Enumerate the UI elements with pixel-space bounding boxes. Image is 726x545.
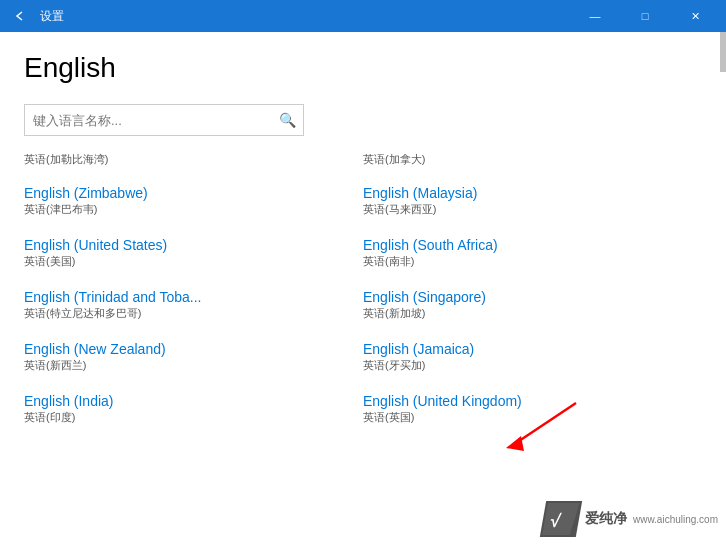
content-area: English 🔍 英语(加勒比海湾) 英语(加拿大) English (Zim… bbox=[0, 32, 726, 545]
lang-sub: 英语(新加坡) bbox=[363, 306, 686, 321]
lang-name: English (Malaysia) bbox=[363, 185, 686, 201]
lang-sub: 英语(马来西亚) bbox=[363, 202, 686, 217]
category-left: 英语(加勒比海湾) bbox=[24, 152, 363, 167]
lang-sub: 英语(美国) bbox=[24, 254, 347, 269]
back-button[interactable] bbox=[8, 4, 32, 28]
search-input[interactable] bbox=[25, 113, 271, 128]
language-col-left: English (Zimbabwe) 英语(津巴布韦)English (Unit… bbox=[24, 175, 363, 435]
language-item[interactable]: English (Malaysia) 英语(马来西亚) bbox=[363, 175, 702, 227]
lang-name: English (South Africa) bbox=[363, 237, 686, 253]
search-box: 🔍 bbox=[24, 104, 304, 136]
lang-name: English (Trinidad and Toba... bbox=[24, 289, 347, 305]
close-button[interactable]: ✕ bbox=[672, 0, 718, 32]
watermark-logo: √ bbox=[540, 501, 582, 537]
lang-name: English (Jamaica) bbox=[363, 341, 686, 357]
scrollbar-thumb[interactable] bbox=[720, 32, 726, 72]
lang-name: English (Zimbabwe) bbox=[24, 185, 347, 201]
language-item[interactable]: English (Jamaica) 英语(牙买加) bbox=[363, 331, 702, 383]
svg-rect-2 bbox=[542, 503, 580, 535]
lang-sub: 英语(特立尼达和多巴哥) bbox=[24, 306, 347, 321]
watermark-site: www.aichuling.com bbox=[633, 514, 718, 525]
lang-sub: 英语(新西兰) bbox=[24, 358, 347, 373]
maximize-button[interactable]: □ bbox=[622, 0, 668, 32]
language-item[interactable]: English (United States) 英语(美国) bbox=[24, 227, 363, 279]
language-item[interactable]: English (United Kingdom) 英语(英国) bbox=[363, 383, 702, 435]
language-item[interactable]: English (India) 英语(印度) bbox=[24, 383, 363, 435]
lang-name: English (United States) bbox=[24, 237, 347, 253]
watermark-text: 爱纯净 bbox=[585, 510, 627, 528]
category-headers: 英语(加勒比海湾) 英语(加拿大) bbox=[24, 152, 702, 167]
page-title: English bbox=[24, 52, 702, 84]
lang-sub: 英语(英国) bbox=[363, 410, 686, 425]
lang-name: English (India) bbox=[24, 393, 347, 409]
window-title: 设置 bbox=[40, 8, 564, 25]
lang-name: English (Singapore) bbox=[363, 289, 686, 305]
watermark: √ 爱纯净 www.aichuling.com bbox=[543, 501, 718, 537]
language-item[interactable]: English (Zimbabwe) 英语(津巴布韦) bbox=[24, 175, 363, 227]
lang-sub: 英语(牙买加) bbox=[363, 358, 686, 373]
lang-sub: 英语(印度) bbox=[24, 410, 347, 425]
language-item[interactable]: English (Trinidad and Toba... 英语(特立尼达和多巴… bbox=[24, 279, 363, 331]
category-right: 英语(加拿大) bbox=[363, 152, 702, 167]
language-grid: English (Zimbabwe) 英语(津巴布韦)English (Unit… bbox=[24, 175, 702, 435]
language-col-right: English (Malaysia) 英语(马来西亚)English (Sout… bbox=[363, 175, 702, 435]
lang-name: English (United Kingdom) bbox=[363, 393, 686, 409]
titlebar: 设置 — □ ✕ bbox=[0, 0, 726, 32]
minimize-button[interactable]: — bbox=[572, 0, 618, 32]
lang-name: English (New Zealand) bbox=[24, 341, 347, 357]
search-icon: 🔍 bbox=[271, 104, 303, 136]
lang-sub: 英语(津巴布韦) bbox=[24, 202, 347, 217]
language-item[interactable]: English (New Zealand) 英语(新西兰) bbox=[24, 331, 363, 383]
lang-sub: 英语(南非) bbox=[363, 254, 686, 269]
language-item[interactable]: English (Singapore) 英语(新加坡) bbox=[363, 279, 702, 331]
language-item[interactable]: English (South Africa) 英语(南非) bbox=[363, 227, 702, 279]
window-controls: — □ ✕ bbox=[572, 0, 718, 32]
